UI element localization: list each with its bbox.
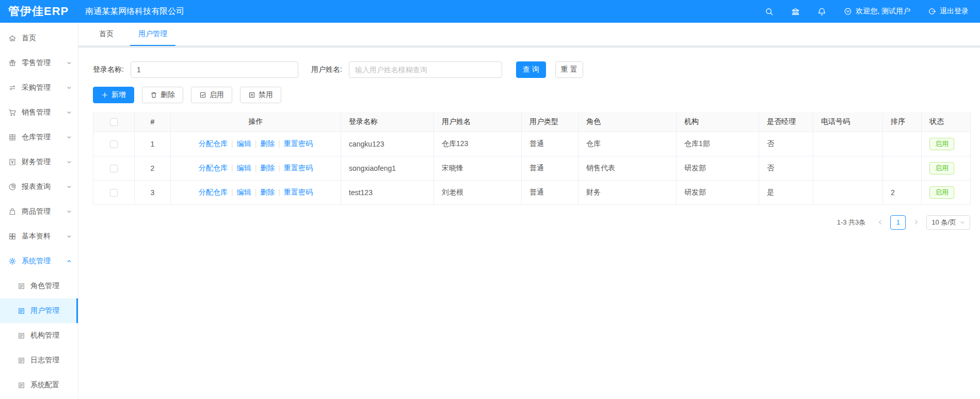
bell-icon[interactable]: [817, 7, 826, 16]
user-name-input[interactable]: [349, 61, 502, 78]
sidebar-item-warehouse[interactable]: 仓库管理: [0, 125, 78, 150]
delete-link[interactable]: 删除: [260, 164, 275, 172]
page-number-button[interactable]: 1: [890, 215, 906, 230]
check-square-icon: [199, 91, 206, 99]
assign-warehouse-link[interactable]: 分配仓库: [199, 188, 228, 196]
cell-is-manager: 是: [759, 180, 813, 204]
cell-org: 研发部: [677, 180, 759, 204]
table-header-row: # 操作 登录名称 用户姓名 用户类型 角色 机构 是否经理 电话号码 排序 状…: [93, 112, 971, 132]
document-icon: [18, 381, 25, 389]
cell-status: 启用: [922, 132, 971, 156]
sidebar-item-sales[interactable]: 销售管理: [0, 100, 78, 125]
prev-page-button[interactable]: [874, 215, 886, 230]
edit-link[interactable]: 编辑: [237, 139, 251, 148]
sidebar-item-reports[interactable]: 报表查询: [0, 174, 78, 199]
cell-login-name: test123: [341, 180, 434, 204]
col-header-sort: 排序: [883, 112, 922, 132]
next-page-button[interactable]: [910, 215, 922, 230]
chevron-down-icon: [67, 135, 72, 140]
cell-is-manager: 否: [759, 156, 813, 180]
company-name: 南通某某网络科技有限公司: [85, 6, 184, 17]
document-icon: [18, 307, 25, 315]
sidebar-subitem-system-config[interactable]: 系统配置: [0, 373, 78, 397]
sidebar-item-basic-data[interactable]: 基本资料: [0, 224, 78, 249]
col-header-phone: 电话号码: [813, 112, 883, 132]
status-badge: 启用: [929, 138, 954, 150]
x-square-icon: [248, 91, 255, 99]
edit-link[interactable]: 编辑: [237, 188, 251, 196]
enable-button-label: 启用: [210, 90, 224, 100]
document-icon: [18, 357, 25, 364]
sidebar-item-finance[interactable]: 财务管理: [0, 150, 78, 174]
row-operations: 分配仓库|编辑|删除|重置密码: [171, 132, 341, 156]
pagination: 1-3 共3条 1 10 条/页: [93, 215, 970, 230]
col-header-index: #: [135, 112, 171, 132]
col-header-user-name: 用户姓名: [434, 112, 522, 132]
sales-cart-icon: [8, 108, 17, 117]
chevron-down-icon: [67, 60, 72, 66]
sidebar-subitem-org-management[interactable]: 机构管理: [0, 323, 78, 348]
select-all-checkbox[interactable]: [110, 118, 118, 126]
add-button[interactable]: 新增: [93, 87, 134, 103]
sidebar-item-label: 基本资料: [22, 232, 67, 241]
sidebar-item-goods[interactable]: 商品管理: [0, 199, 78, 224]
sidebar-subitem-label: 用户管理: [30, 306, 70, 315]
sidebar-item-home[interactable]: 首页: [0, 26, 78, 51]
tab-home[interactable]: 首页: [91, 23, 122, 45]
login-name-input[interactable]: [131, 61, 298, 78]
search-icon[interactable]: [765, 7, 774, 16]
document-icon: [18, 332, 25, 340]
delete-button[interactable]: 删除: [142, 87, 183, 103]
disable-button-label: 禁用: [259, 90, 273, 100]
tab-user-management[interactable]: 用户管理: [130, 23, 175, 45]
topbar-right: 欢迎您, 测试用户 退出登录: [765, 7, 969, 16]
assign-warehouse-link[interactable]: 分配仓库: [199, 164, 228, 172]
user-menu[interactable]: 欢迎您, 测试用户: [844, 7, 910, 16]
search-button[interactable]: 查 询: [516, 61, 546, 78]
chevron-down-icon: [960, 220, 965, 225]
sidebar-subitem-user-management[interactable]: 用户管理: [0, 298, 78, 323]
sidebar-subitem-log-management[interactable]: 日志管理: [0, 348, 78, 373]
reset-password-link[interactable]: 重置密码: [284, 188, 313, 196]
chevron-down-icon: [67, 234, 72, 239]
reset-button[interactable]: 重 置: [555, 61, 583, 78]
page-size-select[interactable]: 10 条/页: [926, 215, 970, 230]
row-index: 1: [135, 132, 171, 156]
warehouse-icon: [8, 133, 17, 141]
logout-button[interactable]: 退出登录: [928, 7, 969, 16]
assign-warehouse-link[interactable]: 分配仓库: [199, 139, 228, 148]
welcome-text: 欢迎您, 测试用户: [856, 7, 910, 16]
bank-icon[interactable]: [791, 7, 800, 16]
plus-icon: [101, 91, 108, 99]
reset-password-link[interactable]: 重置密码: [284, 139, 313, 148]
sidebar-item-system[interactable]: 系统管理: [0, 249, 78, 274]
delete-link[interactable]: 删除: [260, 139, 275, 148]
chevron-right-icon: [913, 219, 919, 225]
action-row: 新增 删除 启用 禁用: [93, 87, 970, 103]
topbar: 管伊佳ERP 南通某某网络科技有限公司 欢迎您, 测试用户: [0, 0, 980, 23]
shell: 首页 零售管理 采购管理 销售管理 仓库管理: [0, 23, 980, 399]
sidebar-item-label: 仓库管理: [22, 133, 67, 142]
sidebar-item-retail[interactable]: 零售管理: [0, 51, 78, 75]
grid-icon: [8, 232, 17, 241]
reset-password-link[interactable]: 重置密码: [284, 164, 313, 172]
row-checkbox[interactable]: [110, 189, 118, 197]
cell-org: 研发部: [677, 156, 759, 180]
disable-button[interactable]: 禁用: [240, 87, 281, 103]
app-logo: 管伊佳ERP: [8, 4, 69, 19]
sidebar-item-purchase[interactable]: 采购管理: [0, 75, 78, 100]
row-checkbox[interactable]: [110, 140, 118, 148]
cell-sort: [883, 156, 922, 180]
sidebar-item-label: 财务管理: [22, 157, 67, 167]
sidebar-subitem-label: 机构管理: [30, 331, 72, 340]
row-checkbox[interactable]: [110, 165, 118, 172]
sidebar-subitem-role-management[interactable]: 角色管理: [0, 274, 78, 298]
user-circle-chevron-icon: [844, 7, 852, 15]
edit-link[interactable]: 编辑: [237, 164, 251, 172]
col-header-status: 状态: [922, 112, 971, 132]
col-header-org: 机构: [677, 112, 759, 132]
delete-link[interactable]: 删除: [260, 188, 275, 196]
cell-login-name: cangku123: [341, 132, 434, 156]
enable-button[interactable]: 启用: [191, 87, 232, 103]
table-row: 2 分配仓库|编辑|删除|重置密码 songxiaofeng1 宋晓锋 普通 销…: [93, 156, 971, 180]
